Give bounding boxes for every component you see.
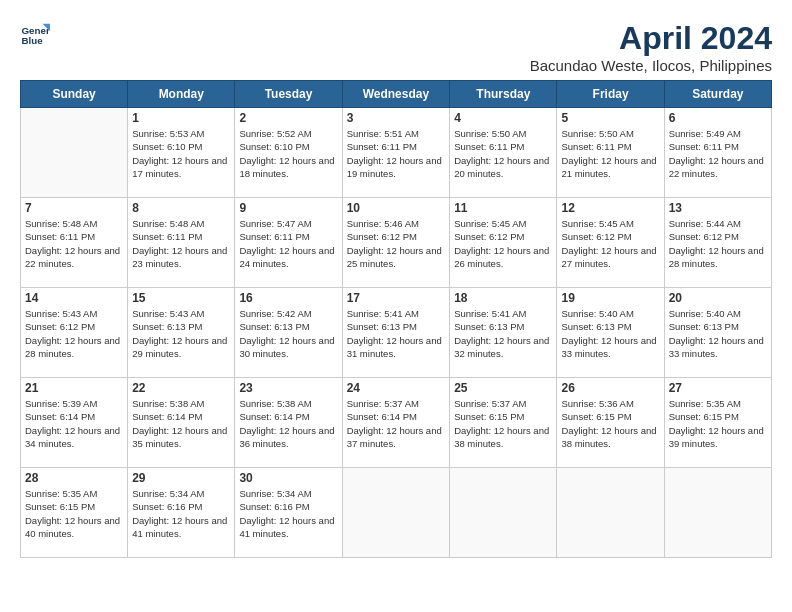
logo: General Blue (20, 20, 50, 50)
calendar-cell (342, 468, 450, 558)
calendar-cell: 3Sunrise: 5:51 AMSunset: 6:11 PMDaylight… (342, 108, 450, 198)
day-info: Sunrise: 5:45 AMSunset: 6:12 PMDaylight:… (454, 217, 552, 270)
calendar-cell: 28Sunrise: 5:35 AMSunset: 6:15 PMDayligh… (21, 468, 128, 558)
day-number: 9 (239, 201, 337, 215)
day-number: 29 (132, 471, 230, 485)
day-number: 2 (239, 111, 337, 125)
calendar-cell: 30Sunrise: 5:34 AMSunset: 6:16 PMDayligh… (235, 468, 342, 558)
calendar-cell (21, 108, 128, 198)
week-row-5: 28Sunrise: 5:35 AMSunset: 6:15 PMDayligh… (21, 468, 772, 558)
day-number: 20 (669, 291, 767, 305)
calendar-cell: 13Sunrise: 5:44 AMSunset: 6:12 PMDayligh… (664, 198, 771, 288)
calendar-cell: 19Sunrise: 5:40 AMSunset: 6:13 PMDayligh… (557, 288, 664, 378)
header-monday: Monday (128, 81, 235, 108)
day-info: Sunrise: 5:38 AMSunset: 6:14 PMDaylight:… (239, 397, 337, 450)
day-info: Sunrise: 5:39 AMSunset: 6:14 PMDaylight:… (25, 397, 123, 450)
header-tuesday: Tuesday (235, 81, 342, 108)
day-number: 12 (561, 201, 659, 215)
day-info: Sunrise: 5:40 AMSunset: 6:13 PMDaylight:… (669, 307, 767, 360)
day-info: Sunrise: 5:34 AMSunset: 6:16 PMDaylight:… (239, 487, 337, 540)
calendar-cell: 12Sunrise: 5:45 AMSunset: 6:12 PMDayligh… (557, 198, 664, 288)
week-row-3: 14Sunrise: 5:43 AMSunset: 6:12 PMDayligh… (21, 288, 772, 378)
location-title: Bacundao Weste, Ilocos, Philippines (530, 57, 772, 74)
day-info: Sunrise: 5:48 AMSunset: 6:11 PMDaylight:… (25, 217, 123, 270)
day-number: 23 (239, 381, 337, 395)
day-number: 3 (347, 111, 446, 125)
day-info: Sunrise: 5:43 AMSunset: 6:13 PMDaylight:… (132, 307, 230, 360)
day-info: Sunrise: 5:43 AMSunset: 6:12 PMDaylight:… (25, 307, 123, 360)
day-info: Sunrise: 5:34 AMSunset: 6:16 PMDaylight:… (132, 487, 230, 540)
day-info: Sunrise: 5:50 AMSunset: 6:11 PMDaylight:… (454, 127, 552, 180)
day-info: Sunrise: 5:35 AMSunset: 6:15 PMDaylight:… (25, 487, 123, 540)
week-row-1: 1Sunrise: 5:53 AMSunset: 6:10 PMDaylight… (21, 108, 772, 198)
day-number: 25 (454, 381, 552, 395)
day-number: 6 (669, 111, 767, 125)
day-info: Sunrise: 5:37 AMSunset: 6:15 PMDaylight:… (454, 397, 552, 450)
header-thursday: Thursday (450, 81, 557, 108)
day-number: 13 (669, 201, 767, 215)
day-info: Sunrise: 5:40 AMSunset: 6:13 PMDaylight:… (561, 307, 659, 360)
calendar-cell: 15Sunrise: 5:43 AMSunset: 6:13 PMDayligh… (128, 288, 235, 378)
day-number: 24 (347, 381, 446, 395)
day-info: Sunrise: 5:41 AMSunset: 6:13 PMDaylight:… (454, 307, 552, 360)
calendar-cell: 16Sunrise: 5:42 AMSunset: 6:13 PMDayligh… (235, 288, 342, 378)
day-info: Sunrise: 5:52 AMSunset: 6:10 PMDaylight:… (239, 127, 337, 180)
day-info: Sunrise: 5:45 AMSunset: 6:12 PMDaylight:… (561, 217, 659, 270)
calendar-cell: 17Sunrise: 5:41 AMSunset: 6:13 PMDayligh… (342, 288, 450, 378)
calendar-cell: 4Sunrise: 5:50 AMSunset: 6:11 PMDaylight… (450, 108, 557, 198)
calendar-cell: 9Sunrise: 5:47 AMSunset: 6:11 PMDaylight… (235, 198, 342, 288)
day-info: Sunrise: 5:51 AMSunset: 6:11 PMDaylight:… (347, 127, 446, 180)
calendar-cell: 24Sunrise: 5:37 AMSunset: 6:14 PMDayligh… (342, 378, 450, 468)
month-title: April 2024 (530, 20, 772, 57)
calendar-cell: 23Sunrise: 5:38 AMSunset: 6:14 PMDayligh… (235, 378, 342, 468)
day-number: 18 (454, 291, 552, 305)
week-row-4: 21Sunrise: 5:39 AMSunset: 6:14 PMDayligh… (21, 378, 772, 468)
day-number: 19 (561, 291, 659, 305)
day-info: Sunrise: 5:35 AMSunset: 6:15 PMDaylight:… (669, 397, 767, 450)
day-info: Sunrise: 5:49 AMSunset: 6:11 PMDaylight:… (669, 127, 767, 180)
day-number: 8 (132, 201, 230, 215)
day-info: Sunrise: 5:36 AMSunset: 6:15 PMDaylight:… (561, 397, 659, 450)
day-info: Sunrise: 5:38 AMSunset: 6:14 PMDaylight:… (132, 397, 230, 450)
page-header: General Blue April 2024 Bacundao Weste, … (20, 20, 772, 74)
calendar-cell: 6Sunrise: 5:49 AMSunset: 6:11 PMDaylight… (664, 108, 771, 198)
day-info: Sunrise: 5:53 AMSunset: 6:10 PMDaylight:… (132, 127, 230, 180)
day-number: 21 (25, 381, 123, 395)
calendar-cell: 20Sunrise: 5:40 AMSunset: 6:13 PMDayligh… (664, 288, 771, 378)
day-number: 30 (239, 471, 337, 485)
day-number: 27 (669, 381, 767, 395)
day-info: Sunrise: 5:47 AMSunset: 6:11 PMDaylight:… (239, 217, 337, 270)
calendar-cell (664, 468, 771, 558)
day-number: 7 (25, 201, 123, 215)
calendar-cell: 21Sunrise: 5:39 AMSunset: 6:14 PMDayligh… (21, 378, 128, 468)
day-number: 26 (561, 381, 659, 395)
week-row-2: 7Sunrise: 5:48 AMSunset: 6:11 PMDaylight… (21, 198, 772, 288)
header-sunday: Sunday (21, 81, 128, 108)
header-saturday: Saturday (664, 81, 771, 108)
calendar-cell: 7Sunrise: 5:48 AMSunset: 6:11 PMDaylight… (21, 198, 128, 288)
header-row: Sunday Monday Tuesday Wednesday Thursday… (21, 81, 772, 108)
day-number: 4 (454, 111, 552, 125)
calendar-cell: 18Sunrise: 5:41 AMSunset: 6:13 PMDayligh… (450, 288, 557, 378)
title-block: April 2024 Bacundao Weste, Ilocos, Phili… (530, 20, 772, 74)
calendar-cell (450, 468, 557, 558)
day-number: 5 (561, 111, 659, 125)
calendar-cell: 25Sunrise: 5:37 AMSunset: 6:15 PMDayligh… (450, 378, 557, 468)
calendar-cell: 14Sunrise: 5:43 AMSunset: 6:12 PMDayligh… (21, 288, 128, 378)
calendar-cell: 22Sunrise: 5:38 AMSunset: 6:14 PMDayligh… (128, 378, 235, 468)
header-friday: Friday (557, 81, 664, 108)
day-info: Sunrise: 5:42 AMSunset: 6:13 PMDaylight:… (239, 307, 337, 360)
day-number: 10 (347, 201, 446, 215)
day-info: Sunrise: 5:37 AMSunset: 6:14 PMDaylight:… (347, 397, 446, 450)
day-info: Sunrise: 5:46 AMSunset: 6:12 PMDaylight:… (347, 217, 446, 270)
calendar-cell: 27Sunrise: 5:35 AMSunset: 6:15 PMDayligh… (664, 378, 771, 468)
day-number: 28 (25, 471, 123, 485)
logo-icon: General Blue (20, 20, 50, 50)
calendar-cell: 11Sunrise: 5:45 AMSunset: 6:12 PMDayligh… (450, 198, 557, 288)
day-info: Sunrise: 5:44 AMSunset: 6:12 PMDaylight:… (669, 217, 767, 270)
day-info: Sunrise: 5:50 AMSunset: 6:11 PMDaylight:… (561, 127, 659, 180)
calendar-cell (557, 468, 664, 558)
svg-text:Blue: Blue (22, 35, 44, 46)
day-number: 22 (132, 381, 230, 395)
calendar-cell: 10Sunrise: 5:46 AMSunset: 6:12 PMDayligh… (342, 198, 450, 288)
